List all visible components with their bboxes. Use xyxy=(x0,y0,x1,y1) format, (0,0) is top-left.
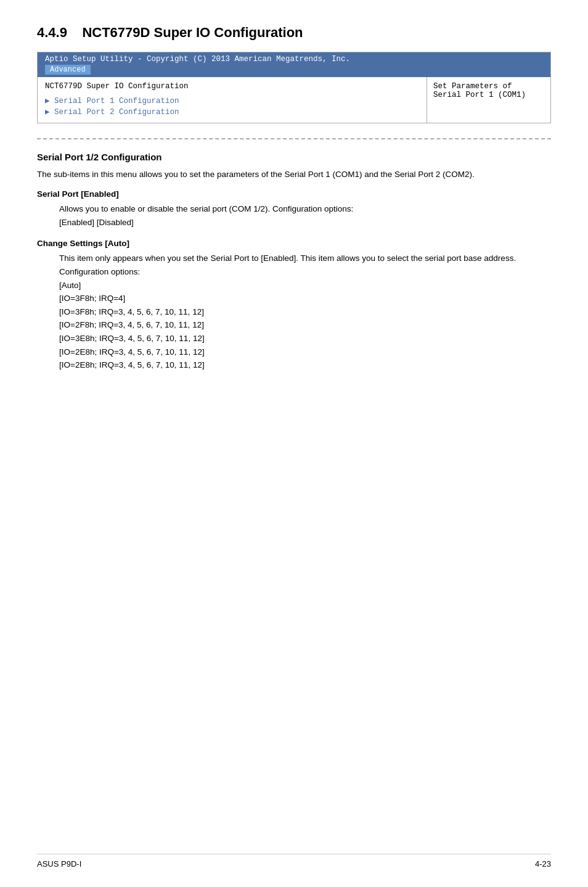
footer-page-number: 4-23 xyxy=(535,859,551,868)
bios-body: NCT6779D Super IO Configuration Serial P… xyxy=(38,77,550,123)
bios-left-panel: NCT6779D Super IO Configuration Serial P… xyxy=(38,77,427,123)
footer-left-text: ASUS P9D-I xyxy=(37,859,81,868)
subsection-title: Serial Port 1/2 Configuration xyxy=(37,152,551,162)
param-serial-port-title: Serial Port [Enabled] xyxy=(37,189,551,199)
bios-screenshot-box: Aptio Setup Utility - Copyright (C) 2013… xyxy=(37,52,551,123)
section-title-text: NCT6779D Super IO Configuration xyxy=(82,25,303,40)
param-change-settings-title: Change Settings [Auto] xyxy=(37,239,551,248)
section-number: 4.4.9 xyxy=(37,25,67,40)
bios-menu-serial2: Serial Port 2 Configuration xyxy=(45,107,419,117)
bios-help-line1: Set Parameters of xyxy=(433,82,512,91)
page-footer: ASUS P9D-I 4-23 xyxy=(37,854,551,868)
bios-left-title: NCT6779D Super IO Configuration xyxy=(45,82,419,91)
bios-menu-serial1: Serial Port 1 Configuration xyxy=(45,96,419,105)
subsection-body: The sub-items in this menu allows you to… xyxy=(37,168,551,181)
bios-right-panel: Set Parameters of Serial Port 1 (COM1) xyxy=(427,77,550,123)
page-title: 4.4.9 NCT6779D Super IO Configuration xyxy=(37,25,551,41)
bios-header: Aptio Setup Utility - Copyright (C) 2013… xyxy=(38,52,550,77)
bios-header-text: Aptio Setup Utility - Copyright (C) 2013… xyxy=(45,55,350,64)
section-divider xyxy=(37,138,551,139)
param-change-settings-body: This item only appears when you set the … xyxy=(59,252,551,371)
bios-tab-advanced: Advanced xyxy=(45,65,91,75)
param-serial-port-body: Allows you to enable or disable the seri… xyxy=(59,202,551,229)
bios-help-line2: Serial Port 1 (COM1) xyxy=(433,91,526,99)
